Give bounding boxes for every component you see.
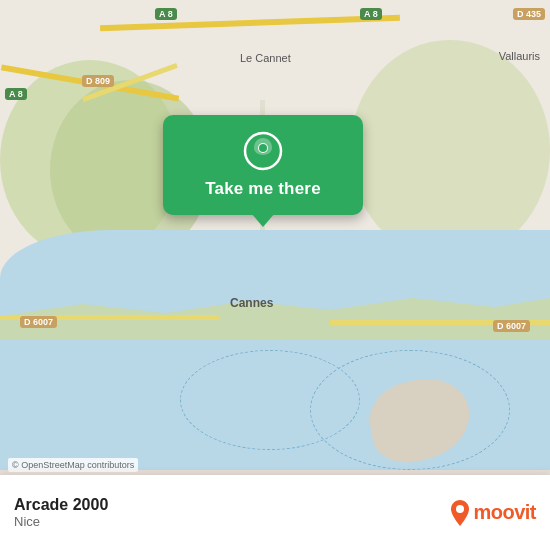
popup-card[interactable]: Take me there	[163, 115, 363, 215]
road-badge-d6007-right: D 6007	[493, 320, 530, 332]
road-badge-d435: D 435	[513, 8, 545, 20]
location-name: Arcade 2000	[14, 496, 449, 514]
location-city: Nice	[14, 514, 449, 529]
hill-area-3	[350, 40, 550, 260]
svg-point-2	[259, 144, 267, 152]
road-badge-a8-top-right: A 8	[360, 8, 382, 20]
map-container: A 8 A 8 A 8 D 435 D 809 D 6007 D 6007 Le…	[0, 0, 550, 550]
location-pin-icon	[243, 131, 283, 171]
take-me-there-button[interactable]: Take me there	[179, 179, 347, 199]
location-info: Arcade 2000 Nice	[14, 496, 449, 529]
road-badge-a8-top-left: A 8	[155, 8, 177, 20]
bottom-bar: Arcade 2000 Nice moovit	[0, 475, 550, 550]
dashed-boundary-2	[180, 350, 360, 450]
label-vallauris: Vallauris	[499, 50, 540, 62]
moovit-logo-icon	[449, 499, 471, 527]
moovit-logo[interactable]: moovit	[449, 499, 536, 527]
label-cannes: Cannes	[230, 296, 273, 310]
svg-point-3	[456, 505, 464, 513]
moovit-logo-text: moovit	[473, 501, 536, 524]
road-badge-a8-left: A 8	[5, 88, 27, 100]
road-badge-d809: D 809	[82, 75, 114, 87]
map-attribution: © OpenStreetMap contributors	[8, 458, 138, 472]
label-le-cannet: Le Cannet	[240, 52, 291, 64]
road-badge-d6007-left: D 6007	[20, 316, 57, 328]
